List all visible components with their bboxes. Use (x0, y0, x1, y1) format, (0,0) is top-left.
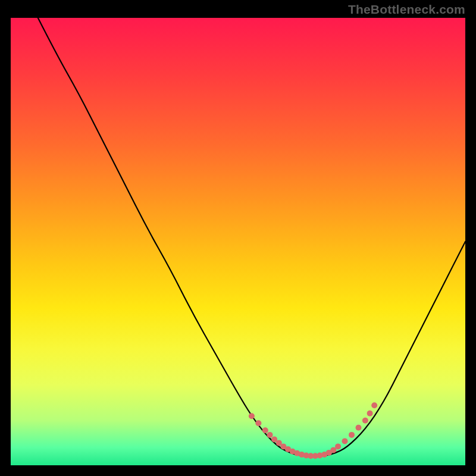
optimal-dot (367, 411, 373, 416)
optimal-dot (262, 427, 268, 433)
optimal-range-dots (249, 402, 377, 459)
optimal-dot (335, 443, 341, 449)
optimal-dot (249, 413, 255, 419)
optimal-dot (255, 420, 261, 426)
optimal-dot (342, 438, 348, 444)
optimal-dot (349, 432, 355, 438)
optimal-dot (267, 432, 273, 438)
bottleneck-curve (38, 18, 465, 456)
optimal-dot (362, 418, 368, 424)
optimal-dot (356, 425, 362, 431)
curve-svg (11, 18, 465, 465)
chart-plot-area (11, 18, 465, 465)
watermark-label: TheBottleneck.com (348, 2, 465, 17)
optimal-dot (371, 402, 377, 408)
chart-frame: TheBottleneck.com (0, 0, 476, 476)
